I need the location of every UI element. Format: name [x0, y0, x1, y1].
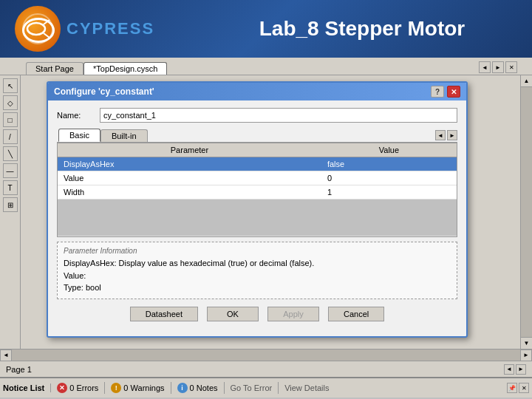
bottom-scrollbar: ◄ ►: [0, 349, 532, 361]
row-param-width: Width: [58, 185, 321, 200]
param-info-line1: DisplayAsHex: Display value as hexadecim…: [64, 257, 451, 294]
status-nav-right[interactable]: ►: [516, 364, 526, 375]
sep2: [171, 382, 171, 394]
dialog-titlebar: Configure 'cy_constant' ? ✕: [48, 83, 466, 100]
warning-icon: !: [111, 383, 121, 393]
scroll-track-bottom: [12, 349, 520, 361]
errors-item: ✕ 0 Errors: [57, 383, 98, 393]
scroll-left-arrow[interactable]: ◄: [0, 349, 12, 361]
row-param-value: Value: [58, 171, 321, 185]
param-table-wrap: Parameter Value DisplayAsHex false Value: [57, 143, 457, 237]
scroll-down-arrow[interactable]: ▼: [521, 337, 532, 349]
tab-topdesign[interactable]: *TopDesign.cysch: [83, 62, 167, 75]
dialog-tab-nav-right[interactable]: ►: [447, 130, 457, 140]
tool-text[interactable]: T: [3, 180, 18, 195]
tool-grid[interactable]: ⊞: [3, 197, 18, 212]
svg-line-3: [44, 33, 50, 38]
svg-line-2: [44, 20, 50, 24]
tab-nav: ◄ ► ✕: [479, 61, 517, 73]
cypress-logo: [15, 6, 61, 52]
brand-text: CYPRESS: [66, 19, 154, 38]
tool-select[interactable]: ↖: [3, 78, 18, 93]
tab-start-page[interactable]: Start Page: [26, 62, 83, 75]
datasheet-button[interactable]: Datasheet: [130, 307, 198, 321]
logo-area: CYPRESS: [15, 6, 207, 52]
name-row: Name:: [57, 108, 457, 123]
content-area: Configure 'cy_constant' ? ✕ Name: Basic: [21, 75, 520, 349]
status-nav-left[interactable]: ◄: [504, 364, 514, 375]
col-value: Value: [321, 143, 457, 157]
row-val-width: 1: [321, 185, 457, 200]
tool-diamond[interactable]: ◇: [3, 95, 18, 110]
go-to-error-link[interactable]: Go To Error: [231, 383, 273, 392]
tab-nav-right[interactable]: ►: [492, 61, 504, 73]
row-param-displayashex: DisplayAsHex: [58, 157, 321, 171]
scroll-right-arrow[interactable]: ►: [520, 349, 532, 361]
dialog-tabs: Basic Built-in: [57, 129, 148, 142]
table-row[interactable]: DisplayAsHex false: [58, 157, 457, 171]
dialog-footer: Datasheet OK Apply Cancel: [57, 299, 457, 329]
dialog-tab-nav-left[interactable]: ◄: [435, 130, 446, 140]
tab-basic[interactable]: Basic: [58, 129, 100, 142]
tab-bar: Start Page *TopDesign.cysch ◄ ► ✕: [0, 58, 532, 75]
notes-item: i 0 Notes: [177, 383, 218, 393]
sep3: [224, 382, 225, 394]
param-info-title: Parameter Information: [64, 247, 451, 255]
tab-builtin[interactable]: Built-in: [100, 129, 148, 142]
notice-title: Notice List: [3, 383, 51, 392]
row-val-value: 0: [321, 171, 457, 185]
status-bar: Page 1 ◄ ►: [0, 361, 532, 377]
dialog-help-button[interactable]: ?: [431, 86, 444, 98]
right-scrollbar[interactable]: ▲ ▼: [520, 75, 532, 349]
errors-label: 0 Errors: [69, 383, 98, 392]
tool-rect[interactable]: □: [3, 112, 18, 127]
dialog-tab-nav: ◄ ►: [435, 130, 457, 142]
param-info-value: Value:: [64, 271, 86, 280]
page-label: Page 1: [6, 365, 32, 374]
view-details-link[interactable]: View Details: [284, 383, 329, 392]
notice-pin[interactable]: 📌: [507, 383, 517, 393]
sep4: [278, 382, 279, 394]
dialog-close-button[interactable]: ✕: [447, 86, 460, 98]
scroll-up-arrow[interactable]: ▲: [521, 75, 532, 87]
tab-nav-close[interactable]: ✕: [505, 61, 517, 73]
dialog-title: Configure 'cy_constant': [54, 86, 154, 97]
scroll-track-right: [521, 87, 532, 337]
name-label: Name:: [57, 111, 94, 120]
info-icon: i: [177, 383, 188, 393]
svg-point-0: [23, 14, 52, 44]
sep1: [104, 382, 105, 394]
notes-label: 0 Notes: [190, 383, 218, 392]
cancel-button[interactable]: Cancel: [328, 307, 384, 321]
workspace: ↖ ◇ □ / ╲ — T ⊞ Configure 'cy_constant' …: [0, 75, 532, 349]
notice-bar: Notice List ✕ 0 Errors ! 0 Warnings i 0 …: [0, 377, 532, 398]
header: CYPRESS Lab_8 Stepper Motor: [0, 0, 532, 58]
warnings-item: ! 0 Warnings: [111, 383, 164, 393]
tool-line[interactable]: /: [3, 129, 18, 144]
warnings-label: 0 Warnings: [123, 383, 164, 392]
svg-point-1: [27, 23, 45, 35]
left-toolbar: ↖ ◇ □ / ╲ — T ⊞: [0, 75, 21, 349]
table-row[interactable]: Value 0: [58, 171, 457, 185]
name-input[interactable]: [100, 108, 457, 123]
tab-nav-left[interactable]: ◄: [479, 61, 491, 73]
table-empty-row: [58, 200, 457, 236]
tool-diag[interactable]: ╲: [3, 146, 18, 161]
col-parameter: Parameter: [58, 143, 321, 157]
error-icon: ✕: [57, 383, 67, 393]
configure-dialog: Configure 'cy_constant' ? ✕ Name: Basic: [47, 81, 468, 338]
tool-hline[interactable]: —: [3, 163, 18, 178]
param-table: Parameter Value DisplayAsHex false Value: [58, 143, 457, 236]
apply-button[interactable]: Apply: [267, 307, 319, 321]
notice-close[interactable]: ✕: [519, 383, 529, 393]
param-info: Parameter Information DisplayAsHex: Disp…: [57, 242, 457, 299]
page-title: Lab_8 Stepper Motor: [207, 17, 517, 41]
row-val-displayashex: false: [321, 157, 457, 171]
dialog-body: Name: Basic Built-in ◄ ►: [48, 100, 466, 336]
param-info-type: Type: bool: [64, 283, 101, 292]
ok-button[interactable]: OK: [207, 307, 259, 321]
table-row[interactable]: Width 1: [58, 185, 457, 200]
dialog-controls: ? ✕: [431, 86, 460, 98]
notice-nav: 📌 ✕: [507, 383, 529, 393]
param-info-displayashex: DisplayAsHex: Display value as hexadecim…: [64, 259, 314, 267]
